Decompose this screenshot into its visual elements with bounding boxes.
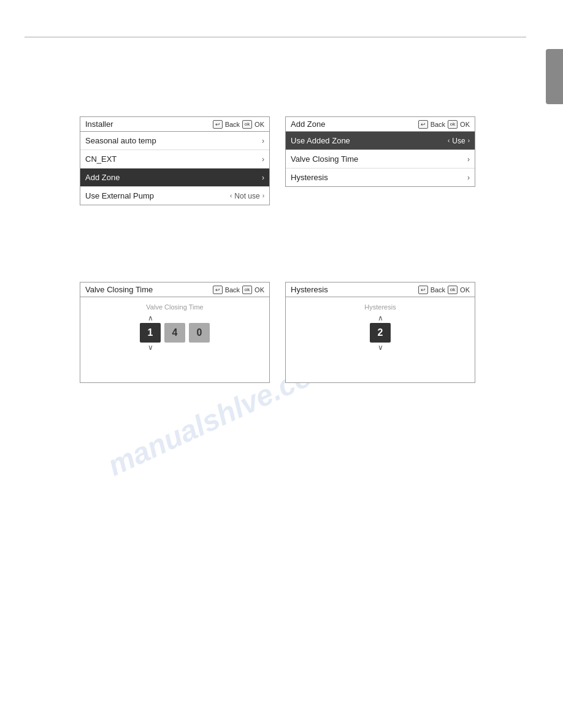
installer-row-pump[interactable]: Use External Pump ‹ Not use › — [80, 187, 269, 205]
valve-number-controls: ∧ 1 ∨ ∧ 4 ∨ ∧ 0 ∨ — [140, 314, 210, 351]
chevron-right-icon: › — [467, 155, 470, 164]
valve-title: Valve Closing Time — [85, 285, 153, 294]
installer-row-cnext[interactable]: CN_EXT › — [80, 150, 269, 169]
valve-panel: Valve Closing Time ↩ Back ok OK Valve Cl… — [80, 282, 270, 383]
ok-icon-installer[interactable]: ok — [242, 120, 252, 129]
useadded-value-text: Use — [452, 137, 465, 145]
ok-label-addzone: OK — [460, 121, 470, 128]
installer-nav: ↩ Back ok OK — [213, 120, 264, 129]
right-side-tab — [546, 49, 563, 104]
valve-digit-2-box: 4 — [164, 323, 185, 343]
hysteresis-number-label: Hysteresis — [364, 303, 396, 311]
hysteresis-digit-1-down[interactable]: ∨ — [378, 344, 383, 351]
addzone-row-useadded[interactable]: Use Added Zone ‹ Use › — [286, 132, 475, 150]
chevron-right-icon: › — [262, 137, 264, 145]
addzone-row-hysteresis-label: Hysteresis — [291, 173, 328, 182]
pump-value-text: Not use — [234, 192, 259, 200]
valve-digit-3-box: 0 — [189, 323, 210, 343]
addzone-title: Add Zone — [291, 119, 325, 129]
hysteresis-digit-1-col: ∧ 2 ∨ — [370, 314, 391, 351]
chevron-right-icon: › — [262, 173, 264, 182]
valve-digit-1-box: 1 — [140, 323, 161, 343]
chevron-left-icon: ‹ — [230, 192, 232, 199]
valve-digit-2-col: ∧ 4 ∨ — [164, 314, 185, 351]
hysteresis-header: Hysteresis ↩ Back ok OK — [286, 282, 475, 297]
hysteresis-title: Hysteresis — [291, 285, 328, 294]
valve-number-display: Valve Closing Time ∧ 1 ∨ ∧ 4 ∨ ∧ 0 ∨ — [80, 297, 269, 357]
hysteresis-digit-1-box: 2 — [370, 323, 391, 343]
back-icon-addzone[interactable]: ↩ — [418, 120, 428, 129]
pump-value: ‹ Not use › — [230, 192, 264, 200]
ok-label-valve: OK — [255, 286, 264, 294]
ok-icon-addzone[interactable]: ok — [448, 120, 458, 129]
addzone-row-valve-label: Valve Closing Time — [291, 154, 358, 164]
installer-row-seasonal-label: Seasonal auto temp — [85, 136, 156, 145]
back-label-addzone: Back — [431, 121, 445, 128]
ok-label-installer: OK — [255, 121, 264, 128]
valve-digit-1-col: ∧ 1 ∨ — [140, 314, 161, 351]
addzone-nav: ↩ Back ok OK — [418, 120, 470, 129]
hysteresis-nav: ↩ Back ok OK — [418, 286, 470, 294]
valve-digit-1-up[interactable]: ∧ — [148, 314, 153, 322]
back-label-installer: Back — [225, 121, 240, 128]
hysteresis-number-controls: ∧ 2 ∨ — [370, 314, 391, 351]
hysteresis-panel: Hysteresis ↩ Back ok OK Hysteresis ∧ 2 ∨ — [285, 282, 475, 383]
valve-header: Valve Closing Time ↩ Back ok OK — [80, 282, 269, 297]
valve-digit-3-col: ∧ 0 ∨ — [189, 314, 210, 351]
chevron-right-icon: › — [262, 192, 264, 199]
back-label-hysteresis: Back — [431, 286, 445, 294]
installer-row-cnext-label: CN_EXT — [85, 154, 117, 164]
ok-label-hysteresis: OK — [460, 286, 470, 294]
back-icon-installer[interactable]: ↩ — [213, 120, 223, 129]
installer-header: Installer ↩ Back ok OK — [80, 117, 269, 132]
installer-row-addzone-label: Add Zone — [85, 173, 120, 182]
installer-row-seasonal[interactable]: Seasonal auto temp › — [80, 132, 269, 150]
back-label-valve: Back — [225, 286, 240, 294]
back-icon-valve[interactable]: ↩ — [213, 286, 223, 294]
installer-panel: Installer ↩ Back ok OK Seasonal auto tem… — [80, 116, 270, 205]
valve-nav: ↩ Back ok OK — [213, 286, 264, 294]
useadded-value: ‹ Use › — [448, 137, 470, 145]
chevron-right-icon: › — [262, 155, 264, 164]
installer-row-pump-label: Use External Pump — [85, 191, 154, 200]
addzone-row-valve[interactable]: Valve Closing Time › — [286, 150, 475, 169]
installer-title: Installer — [85, 119, 113, 129]
top-divider — [25, 37, 526, 37]
installer-row-addzone[interactable]: Add Zone › — [80, 169, 269, 187]
addzone-header: Add Zone ↩ Back ok OK — [286, 117, 475, 132]
ok-icon-hysteresis[interactable]: ok — [448, 286, 458, 294]
addzone-row-hysteresis[interactable]: Hysteresis › — [286, 169, 475, 186]
valve-number-label: Valve Closing Time — [146, 303, 203, 311]
addzone-row-useadded-label: Use Added Zone — [291, 136, 350, 145]
hysteresis-number-display: Hysteresis ∧ 2 ∨ — [286, 297, 475, 357]
chevron-right-icon: › — [468, 137, 470, 144]
addzone-panel: Add Zone ↩ Back ok OK Use Added Zone ‹ U… — [285, 116, 475, 187]
chevron-right-icon: › — [467, 173, 470, 182]
ok-icon-valve[interactable]: ok — [242, 286, 252, 294]
valve-digit-1-down[interactable]: ∨ — [148, 344, 153, 351]
hysteresis-digit-1-up[interactable]: ∧ — [378, 314, 383, 322]
back-icon-hysteresis[interactable]: ↩ — [418, 286, 428, 294]
chevron-left-icon: ‹ — [448, 137, 450, 144]
